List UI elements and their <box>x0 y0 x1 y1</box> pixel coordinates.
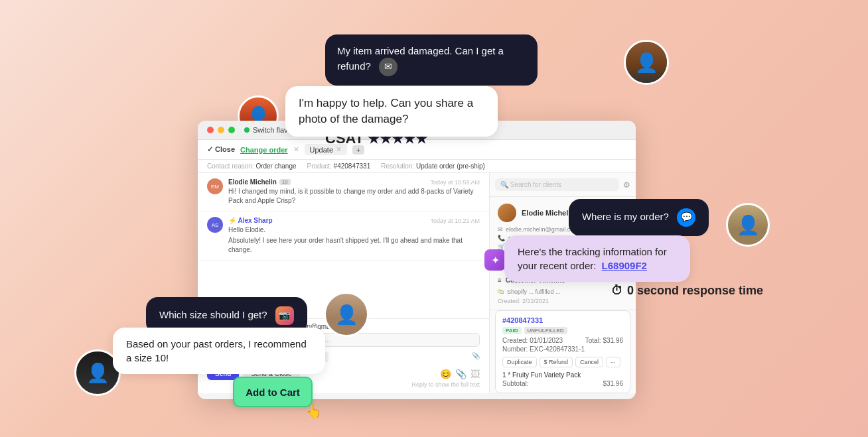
order-created: Created: 01/01/2023 Total: $31.96 <box>502 337 623 344</box>
app-meta: Contact reason: Order change Product: #4… <box>198 160 636 173</box>
ai-sparkle-icon: ✦ <box>484 249 506 271</box>
close-dot[interactable] <box>207 127 214 133</box>
attach-icon[interactable]: 📎 <box>472 352 480 362</box>
timer-section: ⏱ 0 second response time <box>611 284 763 298</box>
avatar-brown-hat <box>624 40 669 85</box>
damaged-bubble: My item arrived damaged. Can I get a ref… <box>325 34 538 86</box>
attachment-icon[interactable]: 📎 <box>455 369 467 379</box>
cursor-icon: 👆 <box>305 403 322 419</box>
order-card: #420847331 PAID UNFULFILLED Created: 01/… <box>495 310 630 393</box>
recommend-bubble: Based on your past orders, I recommend a… <box>113 328 325 374</box>
created-date: Created: 2/22/2021 <box>498 298 628 304</box>
avatar-female <box>324 292 369 337</box>
order-product: 1 * Fruity Fun Variety Pack <box>502 371 623 379</box>
msg-time-1: Today at 10:59 AM <box>430 179 480 186</box>
shopify-icon: 🛍 <box>498 288 504 295</box>
timer-icon: ⏱ <box>611 284 623 298</box>
search-box[interactable]: 🔍 Search for clients <box>495 178 619 191</box>
chat-message-1: EM Elodie Michelin 10 Today at 10:59 AM … <box>198 173 489 212</box>
minimize-dot[interactable] <box>218 127 224 133</box>
avatar-alex: AS <box>207 217 223 233</box>
msg-text-1: Hi! I changed my mind, is it possible to… <box>228 187 480 206</box>
order-actions: Duplicate $ Refund Cancel ··· <box>502 357 623 367</box>
instagram-icon: 📷 <box>275 306 294 325</box>
badge-1: 10 <box>279 179 291 185</box>
sender-name-2: ⚡ Alex Sharp <box>228 217 273 224</box>
email-icon: ✉ <box>379 58 398 76</box>
happy-help-text: I'm happy to help. Can you share a photo… <box>299 97 473 125</box>
close-button[interactable]: ✓ Close <box>207 145 235 154</box>
where-order-text: Where is my order? <box>582 211 669 222</box>
avatar-elodie-1: EM <box>207 178 223 194</box>
sender-name-1: Elodie Michelin <box>228 178 277 186</box>
avatar-glasses <box>726 203 770 247</box>
maximize-dot[interactable] <box>228 127 235 133</box>
contact-name: Elodie Michelin <box>522 209 575 217</box>
duplicate-button[interactable]: Duplicate <box>502 357 537 367</box>
msg-text-2a: Hello Elodie. <box>228 225 480 235</box>
emoji-icon[interactable]: 😊 <box>440 369 451 379</box>
where-order-bubble: Where is my order? 💬 <box>569 199 709 236</box>
contact-avatar <box>498 204 516 222</box>
more-button[interactable]: ··· <box>606 357 620 367</box>
msg-text-2b: Absolutely! I see here your order hasn't… <box>228 236 480 255</box>
happy-help-bubble: I'm happy to help. Can you share a photo… <box>285 86 498 137</box>
refund-button[interactable]: $ Refund <box>540 357 573 367</box>
tracking-bubble: Here's the tracking information for your… <box>504 235 690 282</box>
list-icon: ≡ <box>498 277 502 284</box>
badge-paid: PAID <box>502 327 522 334</box>
damaged-text: My item arrived damaged. Can I get a ref… <box>337 45 504 72</box>
status-dot <box>244 127 250 133</box>
gear-icon[interactable]: ⚙ <box>623 180 630 190</box>
order-number: Number: EXC-420847331-1 <box>502 345 623 353</box>
image-icon[interactable]: 🖼 <box>470 369 480 379</box>
order-badges: PAID UNFULFILLED <box>502 327 623 334</box>
order-subtotal: Subtotal: $31.96 <box>502 380 623 387</box>
messenger-icon: 💬 <box>677 208 695 227</box>
cancel-button[interactable]: Cancel <box>575 357 603 367</box>
add-to-cart-button[interactable]: Add to Cart <box>233 377 313 407</box>
change-order-button[interactable]: Change order <box>240 146 288 154</box>
recommend-text: Based on your past orders, I recommend a… <box>126 338 307 363</box>
right-search: 🔍 Search for clients ⚙ <box>490 173 636 197</box>
chat-message-2: AS ⚡ Alex Sharp Today at 10:21 AM Hello … <box>198 212 489 261</box>
badge-unfulfilled: UNFULFILLED <box>524 327 567 334</box>
order-id[interactable]: #420847331 <box>502 316 623 324</box>
msg-time-2: Today at 10:21 AM <box>430 218 480 224</box>
timer-text: 0 second response time <box>627 284 763 298</box>
tracking-link[interactable]: L68909F2 <box>602 260 647 271</box>
which-size-text: Which size should I get? <box>159 309 267 320</box>
shopify-row: 🛍 Shopify ... fulfilled ... <box>498 288 628 295</box>
